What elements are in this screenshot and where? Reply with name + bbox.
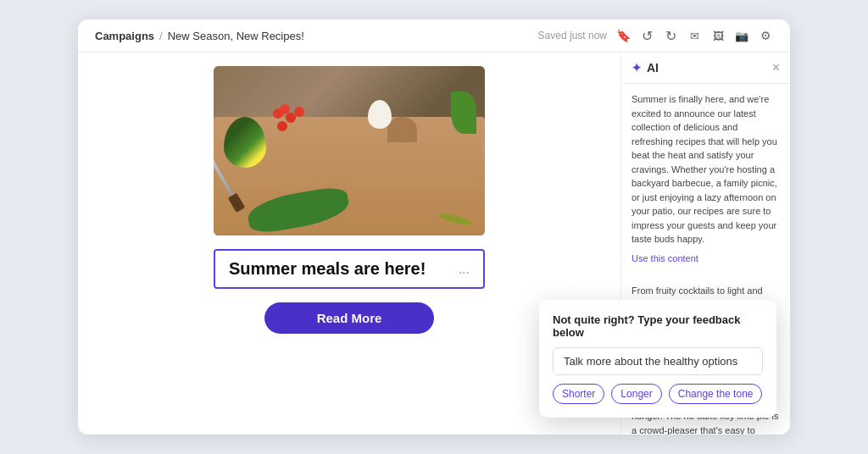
ai-suggestion-1-text: Summer is finally here, and we're excite… — [632, 92, 780, 246]
refresh2-icon[interactable]: ↻ — [663, 28, 678, 43]
header-actions: Saved just now 🔖 ↺ ↻ ✉ 🖼 📷 ⚙ — [538, 28, 773, 43]
header: Campaigns / New Season, New Recipes! Sav… — [78, 19, 790, 53]
bookmark-icon[interactable]: 🔖 — [615, 28, 631, 43]
headline-box[interactable]: Summer meals are here! ... — [214, 249, 485, 289]
tomatoes-decoration — [273, 108, 283, 119]
use-content-1-link[interactable]: Use this content — [632, 253, 780, 263]
feedback-chips: Shorter Longer Change the tone — [553, 384, 763, 404]
photo-icon[interactable]: 📷 — [734, 28, 749, 43]
ai-suggestion-1: Summer is finally here, and we're excite… — [632, 92, 780, 263]
shorter-chip[interactable]: Shorter — [553, 384, 604, 404]
ai-title-text: AI — [647, 61, 659, 75]
refresh1-icon[interactable]: ↺ — [639, 28, 654, 43]
feedback-input[interactable] — [553, 347, 763, 375]
breadcrumb-title: New Season, New Recipes! — [168, 30, 304, 42]
feedback-popup: Not quite right? Type your feedback belo… — [539, 300, 776, 418]
ai-star-icon: ✦ — [632, 61, 642, 75]
ai-title: ✦ AI — [632, 61, 659, 75]
headline-text: Summer meals are here! — [229, 259, 426, 279]
ai-panel-header: ✦ AI × — [621, 53, 790, 84]
read-more-button[interactable]: Read More — [264, 302, 434, 334]
ai-close-button[interactable]: × — [772, 61, 780, 75]
breadcrumb: Campaigns / New Season, New Recipes! — [95, 30, 304, 42]
herbs-decoration — [451, 91, 476, 134]
saved-status: Saved just now — [538, 30, 607, 42]
settings-icon[interactable]: ⚙ — [758, 28, 773, 43]
food-image — [214, 66, 485, 235]
breadcrumb-separator: / — [159, 30, 163, 42]
change-tone-chip[interactable]: Change the tone — [669, 384, 763, 404]
mushroom-decoration — [387, 117, 417, 142]
image-background — [214, 66, 485, 235]
longer-chip[interactable]: Longer — [611, 384, 661, 404]
headline-options[interactable]: ... — [459, 262, 470, 277]
email-icon[interactable]: ✉ — [687, 28, 702, 43]
feedback-title: Not quite right? Type your feedback belo… — [553, 313, 763, 339]
egg-decoration — [368, 100, 392, 129]
breadcrumb-root[interactable]: Campaigns — [95, 30, 154, 42]
image-icon[interactable]: 🖼 — [710, 28, 726, 43]
main-window: Campaigns / New Season, New Recipes! Sav… — [78, 19, 790, 435]
